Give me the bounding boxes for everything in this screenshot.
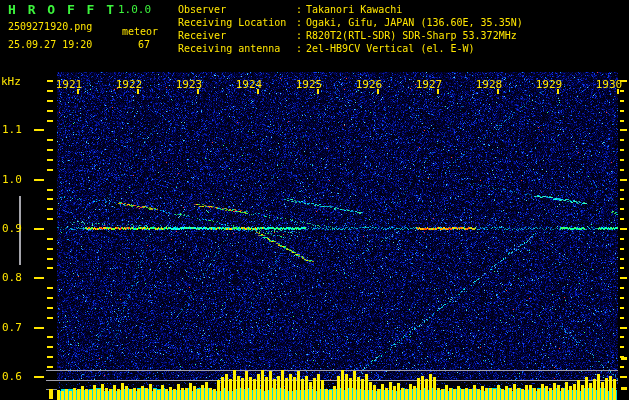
right-tick	[620, 327, 627, 329]
right-tick	[620, 120, 624, 122]
right-tick	[620, 376, 627, 378]
output-filename: 2509271920.png	[8, 21, 92, 32]
freq-minor-tick	[47, 238, 53, 240]
right-tick	[620, 169, 624, 171]
info-label: Receiving antenna	[178, 42, 296, 55]
freq-minor-tick	[47, 169, 53, 171]
info-colon: :	[296, 29, 306, 42]
right-tick	[620, 100, 624, 102]
freq-axis-unit: kHz	[1, 75, 21, 88]
freq-minor-tick	[47, 100, 53, 102]
freq-minor-tick	[47, 297, 53, 299]
time-tick-label: 1929	[534, 78, 564, 91]
right-tick	[620, 366, 624, 368]
echo-count: 67	[138, 39, 150, 50]
freq-tick-label: 1.1	[2, 123, 22, 136]
freq-minor-tick	[47, 287, 53, 289]
right-tick	[620, 179, 627, 181]
right-tick	[620, 277, 627, 279]
right-tick	[620, 317, 624, 319]
info-colon: :	[296, 16, 306, 29]
right-tick	[620, 267, 624, 269]
freq-minor-tick	[47, 139, 53, 141]
time-tick-label: 1923	[174, 78, 204, 91]
time-tick-label: 1926	[354, 78, 384, 91]
freq-minor-tick	[47, 110, 53, 112]
freq-minor-tick	[47, 336, 53, 338]
right-tick	[620, 159, 624, 161]
info-label: Observer	[178, 3, 296, 16]
freq-minor-tick	[47, 317, 53, 319]
time-tick	[137, 89, 139, 94]
freq-major-tick	[34, 277, 44, 279]
right-tick	[620, 297, 624, 299]
right-tick	[620, 238, 624, 240]
freq-major-tick	[34, 228, 44, 230]
freq-minor-tick	[47, 218, 53, 220]
info-row: Receiving antenna:2el-HB9CV Vertical (el…	[178, 42, 523, 55]
right-tick	[620, 336, 624, 338]
freq-minor-tick	[47, 346, 53, 348]
right-tick	[620, 307, 624, 309]
time-tick	[437, 89, 439, 94]
right-tick	[620, 258, 624, 260]
freq-minor-tick	[47, 90, 53, 92]
time-tick-label: 1927	[414, 78, 444, 91]
freq-minor-tick	[47, 267, 53, 269]
info-value: 2el-HB9CV Vertical (el. E-W)	[306, 43, 475, 54]
time-tick	[617, 89, 619, 94]
right-tick	[620, 149, 624, 151]
info-value: R820T2(RTL-SDR) SDR-Sharp 53.372MHz	[306, 30, 517, 41]
time-tick	[557, 89, 559, 94]
freq-tick-label: 1.0	[2, 173, 22, 186]
freq-tick-label: 0.6	[2, 370, 22, 383]
info-row: Observer:Takanori Kawachi	[178, 3, 523, 16]
freq-minor-tick	[47, 198, 53, 200]
freq-minor-tick	[47, 208, 53, 210]
right-tick	[620, 228, 627, 230]
freq-major-tick	[34, 376, 44, 378]
freq-minor-tick	[47, 307, 53, 309]
freq-major-tick	[34, 129, 44, 131]
info-label: Receiver	[178, 29, 296, 42]
hrofft-window: H R O F F T 1.0.0 2509271920.png meteor …	[0, 0, 629, 400]
info-value: Takanori Kawachi	[306, 4, 402, 15]
level-bar-left-tick	[49, 389, 53, 399]
right-tick	[620, 90, 624, 92]
freq-tick-label: 0.8	[2, 271, 22, 284]
time-tick-label: 1928	[474, 78, 504, 91]
right-tick	[620, 110, 624, 112]
datetime-label: 25.09.27 19:20	[8, 39, 92, 50]
time-tick-label: 1922	[114, 78, 144, 91]
level-bar-right-tick	[621, 357, 627, 360]
freq-minor-tick	[47, 356, 53, 358]
time-tick	[257, 89, 259, 94]
freq-major-tick	[34, 179, 44, 181]
level-bar-right-tick	[621, 387, 627, 390]
freq-tick-label: 0.7	[2, 321, 22, 334]
info-label: Receiving Location	[178, 16, 296, 29]
spectrogram-canvas	[0, 0, 629, 400]
right-tick	[620, 248, 624, 250]
time-tick-label: 1924	[234, 78, 264, 91]
freq-minor-tick	[47, 120, 53, 122]
freq-minor-tick	[47, 189, 53, 191]
time-tick	[377, 89, 379, 94]
right-tick	[620, 189, 624, 191]
right-tick	[620, 218, 624, 220]
right-tick	[620, 129, 627, 131]
freq-minor-tick	[47, 258, 53, 260]
freq-major-tick	[34, 327, 44, 329]
station-info: Observer:Takanori KawachiReceiving Locat…	[178, 3, 523, 55]
app-title: H R O F F T	[8, 2, 116, 17]
info-row: Receiver:R820T2(RTL-SDR) SDR-Sharp 53.37…	[178, 29, 523, 42]
freq-minor-tick	[47, 248, 53, 250]
time-tick	[77, 89, 79, 94]
info-colon: :	[296, 3, 306, 16]
time-tick	[497, 89, 499, 94]
freq-minor-tick	[47, 159, 53, 161]
info-colon: :	[296, 42, 306, 55]
right-tick	[620, 346, 624, 348]
right-tick	[620, 287, 624, 289]
info-row: Receiving Location:Ogaki, Gifu, JAPAN (1…	[178, 16, 523, 29]
